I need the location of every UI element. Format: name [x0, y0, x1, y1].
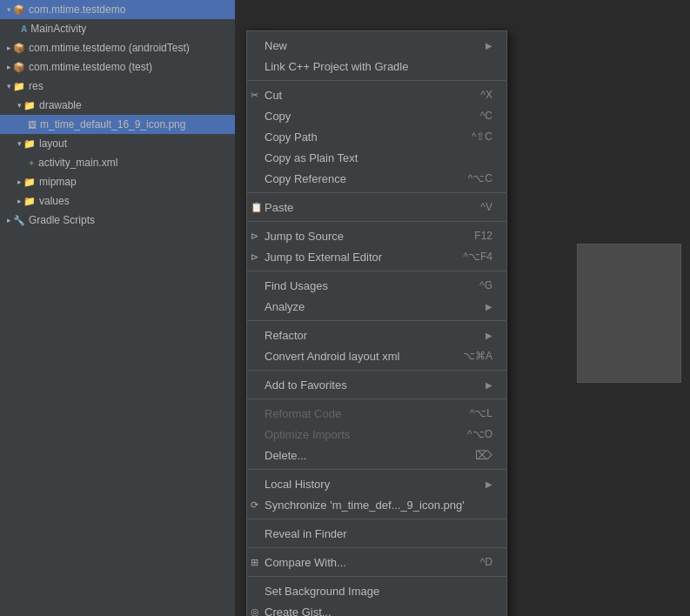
- sidebar-item-label: res: [29, 80, 44, 92]
- submenu-arrow-icon: ▶: [486, 302, 492, 311]
- menu-item-compare-with[interactable]: ⊞ Compare With... ^D: [247, 552, 506, 572]
- menu-item-copy-plain-text[interactable]: Copy as Plain Text: [247, 147, 506, 168]
- expand-arrow: ▸: [7, 63, 11, 71]
- submenu-arrow-icon: ▶: [486, 479, 492, 489]
- menu-separator: [247, 271, 506, 271]
- expand-arrow: ▸: [7, 44, 11, 52]
- menu-separator: [247, 370, 506, 371]
- jump-source-icon: ⊳: [251, 231, 258, 242]
- paste-icon: 📋: [251, 202, 263, 213]
- menu-item-copy[interactable]: Copy ^C: [247, 105, 506, 126]
- sidebar-item-activity-main[interactable]: ✦ activity_main.xml: [0, 153, 235, 172]
- menu-separator: [247, 221, 506, 222]
- menu-item-find-usages[interactable]: Find Usages ^G: [247, 275, 506, 296]
- sidebar-item-label: drawable: [39, 99, 82, 111]
- sidebar-item-drawable[interactable]: ▾ 📁 drawable: [0, 96, 235, 115]
- activity-icon: A: [21, 24, 27, 34]
- menu-item-delete[interactable]: Delete... ⌦: [247, 445, 506, 465]
- sidebar-item-main-activity[interactable]: A MainActivity: [0, 19, 235, 38]
- jump-external-icon: ⊳: [251, 251, 258, 263]
- sidebar-item-label: m_time_default_16_9_icon.png: [40, 118, 185, 131]
- menu-item-jump-to-source[interactable]: ⊳ Jump to Source F12: [247, 225, 506, 246]
- image-file-icon: 🖼: [28, 120, 37, 130]
- menu-item-optimize-imports[interactable]: Optimize Imports ^⌥O: [247, 424, 506, 445]
- menu-item-copy-reference[interactable]: Copy Reference ^⌥C: [247, 168, 506, 189]
- folder-icon: 📁: [13, 81, 25, 92]
- menu-item-reveal-in-finder[interactable]: Reveal in Finder: [247, 523, 506, 544]
- menu-separator: [247, 469, 506, 470]
- folder-icon: 📁: [23, 138, 36, 150]
- menu-item-local-history[interactable]: Local History ▶: [247, 473, 506, 494]
- sidebar-item-gradle-scripts[interactable]: ▸ 🔧 Gradle Scripts: [0, 211, 235, 230]
- sidebar-item-icon-png[interactable]: 🖼 m_time_default_16_9_icon.png: [0, 115, 235, 134]
- menu-item-convert-android-layout[interactable]: Convert Android layout xml ⌥⌘A: [247, 345, 506, 366]
- sync-icon: ⟳: [251, 499, 258, 511]
- expand-arrow: ▸: [17, 177, 22, 186]
- xml-file-icon: ✦: [28, 158, 35, 168]
- package-icon: 📦: [13, 62, 25, 73]
- gradle-icon: 🔧: [13, 215, 25, 226]
- context-menu: New ▶ Link C++ Project with Gradle ✂ Cut…: [246, 30, 507, 616]
- folder-icon: 📁: [23, 100, 36, 111]
- menu-separator: [247, 547, 506, 548]
- submenu-arrow-icon: ▶: [486, 331, 492, 340]
- menu-item-add-to-favorites[interactable]: Add to Favorites ▶: [247, 374, 506, 395]
- sidebar-item-label: com.mtime.testdemo (test): [29, 61, 152, 73]
- expand-arrow: ▾: [7, 5, 11, 14]
- expand-arrow: ▾: [7, 82, 11, 90]
- expand-arrow: ▾: [17, 101, 22, 110]
- sidebar-item-mipmap[interactable]: ▸ 📁 mipmap: [0, 172, 235, 191]
- menu-separator: [247, 519, 506, 519]
- menu-item-new[interactable]: New ▶: [247, 35, 506, 56]
- image-preview-panel: [577, 244, 681, 383]
- cut-icon: ✂: [251, 90, 258, 101]
- menu-item-link-cpp[interactable]: Link C++ Project with Gradle: [247, 56, 506, 77]
- sidebar-item-label: com.mtime.testdemo: [29, 3, 125, 16]
- sidebar-item-label: activity_main.xml: [38, 157, 117, 169]
- project-sidebar: ▾ 📦 com.mtime.testdemo A MainActivity ▸ …: [0, 0, 235, 616]
- folder-icon: 📁: [23, 196, 36, 207]
- menu-item-refactor[interactable]: Refactor ▶: [247, 325, 506, 345]
- package-icon: 📦: [13, 43, 25, 54]
- menu-separator: [247, 80, 506, 81]
- menu-item-paste[interactable]: 📋 Paste ^V: [247, 197, 506, 218]
- sidebar-item-android-test[interactable]: ▸ 📦 com.mtime.testdemo (androidTest): [0, 38, 235, 57]
- submenu-arrow-icon: ▶: [486, 41, 492, 50]
- sidebar-item-label: Gradle Scripts: [29, 214, 95, 226]
- menu-separator: [247, 320, 506, 321]
- sidebar-item-label: com.mtime.testdemo (androidTest): [29, 42, 190, 54]
- menu-item-set-background[interactable]: Set Background Image: [247, 580, 506, 601]
- compare-icon: ⊞: [251, 557, 258, 568]
- sidebar-item-label: MainActivity: [30, 23, 86, 35]
- menu-item-create-gist[interactable]: ◎ Create Gist...: [247, 601, 506, 616]
- sidebar-item-values[interactable]: ▸ 📁 values: [0, 191, 235, 211]
- menu-item-cut[interactable]: ✂ Cut ^X: [247, 84, 506, 105]
- gist-icon: ◎: [251, 606, 259, 617]
- folder-icon: 📁: [23, 177, 36, 188]
- menu-item-synchronize[interactable]: ⟳ Synchronize 'm_time_def..._9_icon.png': [247, 494, 506, 515]
- package-icon: 📦: [13, 4, 25, 16]
- menu-item-analyze[interactable]: Analyze ▶: [247, 296, 506, 317]
- sidebar-item-com-mtime-testdemo[interactable]: ▾ 📦 com.mtime.testdemo: [0, 0, 235, 19]
- menu-item-jump-to-external[interactable]: ⊳ Jump to External Editor ^⌥F4: [247, 246, 506, 267]
- sidebar-item-label: values: [39, 195, 70, 207]
- expand-arrow: ▾: [17, 139, 22, 148]
- sidebar-item-label: layout: [39, 137, 67, 150]
- sidebar-item-label: mipmap: [39, 176, 77, 188]
- submenu-arrow-icon: ▶: [486, 380, 492, 390]
- menu-separator: [247, 192, 506, 193]
- sidebar-item-res[interactable]: ▾ 📁 res: [0, 77, 235, 96]
- menu-separator: [247, 576, 506, 577]
- expand-arrow: ▸: [17, 197, 22, 205]
- expand-arrow: ▸: [7, 216, 11, 224]
- menu-item-copy-path[interactable]: Copy Path ^⇧C: [247, 126, 506, 147]
- menu-item-reformat-code[interactable]: Reformat Code ^⌥L: [247, 403, 506, 424]
- menu-separator: [247, 398, 506, 399]
- sidebar-item-layout[interactable]: ▾ 📁 layout: [0, 134, 235, 153]
- sidebar-item-test[interactable]: ▸ 📦 com.mtime.testdemo (test): [0, 57, 235, 77]
